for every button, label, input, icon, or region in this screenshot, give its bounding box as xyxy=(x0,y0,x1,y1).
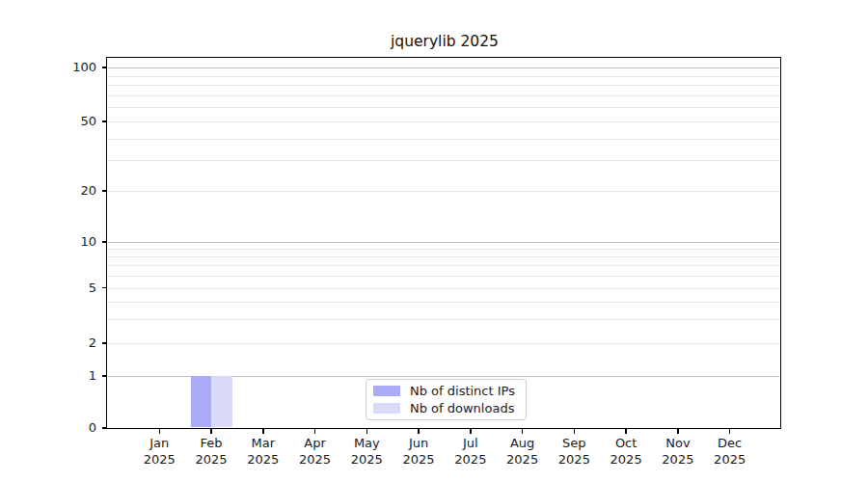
x-tick-label: Jan 2025 xyxy=(144,436,176,468)
x-tick-label: Sep 2025 xyxy=(558,436,590,468)
y-tick-label: 1 xyxy=(33,368,96,384)
x-tick-label: Nov 2025 xyxy=(662,436,693,468)
legend-label: Nb of distinct IPs xyxy=(410,384,515,398)
y-tick-label: 2 xyxy=(33,335,96,351)
y-tick-mark xyxy=(102,241,107,243)
y-tick-mark xyxy=(102,342,107,344)
x-tick-label: Apr 2025 xyxy=(299,436,331,468)
figure: jquerylib 2025 1005020105210Jan 2025Feb … xyxy=(0,0,868,482)
legend: Nb of distinct IPsNb of downloads xyxy=(366,379,527,420)
x-tick-mark xyxy=(314,429,316,434)
x-tick-mark xyxy=(522,429,524,434)
chart-title: jquerylib 2025 xyxy=(108,33,781,50)
y-tick-mark xyxy=(102,190,107,192)
x-tick-label: Aug 2025 xyxy=(506,436,538,468)
x-tick-label: Feb 2025 xyxy=(196,436,228,468)
y-tick-mark xyxy=(102,120,107,122)
legend-item: Nb of downloads xyxy=(373,401,519,415)
x-tick-mark xyxy=(366,429,368,434)
x-tick-mark xyxy=(262,429,264,434)
x-tick-label: Jul 2025 xyxy=(454,436,486,468)
y-tick-mark xyxy=(102,287,107,289)
y-tick-label: 0 xyxy=(33,420,96,436)
plot-frame xyxy=(106,57,781,429)
y-tick-mark xyxy=(102,427,107,429)
y-tick-mark xyxy=(102,375,107,377)
y-tick-mark xyxy=(102,67,107,68)
x-tick-mark xyxy=(677,429,679,434)
x-tick-label: Mar 2025 xyxy=(247,436,279,468)
legend-label: Nb of downloads xyxy=(410,401,514,415)
x-tick-label: Jun 2025 xyxy=(403,436,435,468)
x-tick-mark xyxy=(470,429,472,434)
y-tick-label: 5 xyxy=(33,281,96,296)
y-tick-label: 50 xyxy=(33,114,96,129)
x-tick-mark xyxy=(210,429,212,434)
x-tick-mark xyxy=(625,429,627,434)
legend-swatch xyxy=(373,386,400,396)
x-tick-label: Dec 2025 xyxy=(714,436,746,468)
legend-swatch xyxy=(373,403,400,414)
y-tick-label: 20 xyxy=(33,183,96,199)
x-tick-label: Oct 2025 xyxy=(610,436,642,468)
y-tick-label: 100 xyxy=(33,60,96,75)
legend-item: Nb of distinct IPs xyxy=(373,384,519,398)
x-tick-mark xyxy=(729,429,731,434)
x-tick-mark xyxy=(418,429,420,434)
x-tick-label: May 2025 xyxy=(351,436,383,468)
y-tick-label: 10 xyxy=(33,234,96,250)
x-tick-mark xyxy=(574,429,576,434)
x-tick-mark xyxy=(159,429,161,434)
